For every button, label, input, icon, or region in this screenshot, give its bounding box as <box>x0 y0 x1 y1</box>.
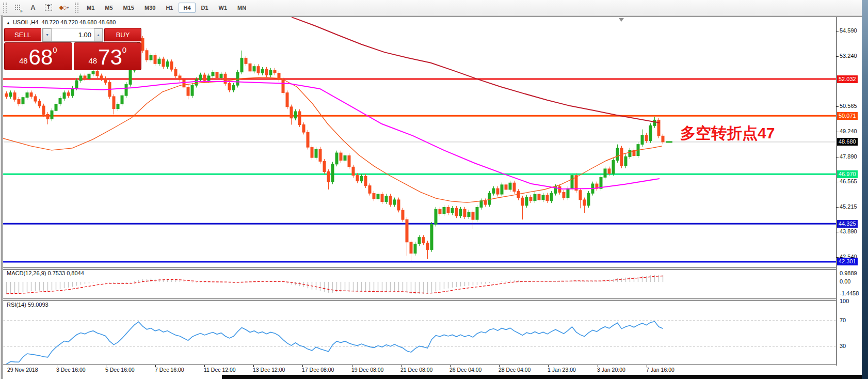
rsi-axis-30: 30 <box>840 343 846 349</box>
price-tick-dash <box>837 31 839 31</box>
time-label: 1 Jan 23:00 <box>548 367 576 373</box>
macd-label: MACD(12,26,9) 0.7533 0,8044 <box>7 270 84 276</box>
sell-quote-box[interactable]: 48680 <box>4 42 72 70</box>
font-a-icon[interactable]: A <box>26 2 40 13</box>
time-tick <box>548 365 549 367</box>
rsi-line <box>7 322 663 364</box>
macd-axis-0.00: 0.00 <box>840 278 850 285</box>
price-level-label-42.301: 42.301 <box>837 258 858 265</box>
volume-stepper: ▾ 1.00 ▴ <box>42 28 103 42</box>
time-tick <box>598 365 598 367</box>
time-label: 29 Nov 2018 <box>7 367 38 373</box>
rsi-axis-100: 100 <box>840 298 849 304</box>
sell-price-main: 68 <box>29 47 53 68</box>
collapse-triangle-icon[interactable]: ▲ <box>6 21 10 25</box>
toolbar-grip[interactable] <box>3 3 7 13</box>
chart-shift-marker-icon[interactable] <box>619 18 624 22</box>
price-tick-dash <box>837 132 839 132</box>
bottom-black-bar <box>222 375 862 379</box>
volume-input[interactable]: 1.00 <box>52 28 94 41</box>
price-tick-dash <box>837 157 839 157</box>
chart-annotation-text: 多空转折点47 <box>680 123 775 144</box>
time-tick <box>57 365 57 367</box>
time-label: 5 Dec 16:00 <box>105 367 135 373</box>
buy-price-sup: 0 <box>122 46 126 54</box>
time-axis-line <box>3 365 862 365</box>
price-tick-label: 47.890 <box>840 153 857 160</box>
sell-price-sup: 0 <box>53 46 57 54</box>
timeframe-button-h4[interactable]: H4 <box>179 3 195 13</box>
timeframe-button-mn[interactable]: MN <box>233 3 251 13</box>
ma-slow-darkred <box>292 17 660 123</box>
time-label: 3 Dec 16:00 <box>56 367 86 373</box>
timeframe-button-d1[interactable]: D1 <box>197 3 213 13</box>
buy-price-prefix: 48 <box>88 54 97 68</box>
macd-pane <box>7 275 663 294</box>
price-tick-dash <box>837 56 839 57</box>
timeframe-button-m1[interactable]: M1 <box>82 3 99 13</box>
time-label: 3 Jan 20:00 <box>597 367 625 373</box>
time-label: 11 Dec 12:00 <box>204 367 236 373</box>
sell-price-prefix: 48 <box>19 54 28 68</box>
price-level-label-50.071: 50.071 <box>837 112 858 120</box>
macd-axis--1.4458: -1.4458 <box>840 290 859 296</box>
pane-splitter-rsi[interactable] <box>3 298 862 301</box>
time-label: 17 Dec 08:00 <box>302 367 334 373</box>
current-price-dash <box>666 141 672 143</box>
timeframe-button-m30[interactable]: M30 <box>140 3 160 13</box>
timeframe-button-w1[interactable]: W1 <box>214 3 232 13</box>
macd-signal-line <box>7 276 663 294</box>
timeframe-button-m5[interactable]: M5 <box>100 3 117 13</box>
grid-f-icon[interactable]: F <box>11 2 24 13</box>
price-tick-dash <box>837 182 839 182</box>
time-tick <box>253 365 254 367</box>
time-label: 21 Dec 08:00 <box>400 367 432 373</box>
time-label: 19 Dec 08:00 <box>351 367 383 373</box>
price-tick-label: 46.565 <box>840 178 857 184</box>
styles-icon[interactable]: ◆◇▾ <box>57 2 71 13</box>
price-tick-dash <box>837 106 839 107</box>
price-tick-label: 49.240 <box>840 128 857 134</box>
chart-title: ▲USOil-,H4 48.720 48.720 48.680 48.680 <box>6 19 116 25</box>
price-axis[interactable]: 54.59053.24050.56549.24047.89046.56545.2… <box>836 17 862 366</box>
time-tick <box>647 365 647 367</box>
pane-splitter-macd[interactable] <box>3 267 862 270</box>
sell-button[interactable]: SELL <box>4 28 41 42</box>
toolbar-grip-2[interactable] <box>75 3 78 13</box>
price-level-label-44.325: 44.325 <box>837 220 858 228</box>
buy-quote-box[interactable]: 48730 <box>74 42 142 70</box>
timeframe-buttons: M1M5M15M30H1H4D1W1MN <box>82 3 251 13</box>
timeframe-button-h1[interactable]: H1 <box>161 3 178 13</box>
buy-price-main: 73 <box>98 47 122 68</box>
buy-button[interactable]: BUY <box>104 28 141 42</box>
price-level-label-46.970: 46.970 <box>837 170 858 178</box>
rsi-axis-70: 70 <box>840 317 846 323</box>
time-tick <box>401 365 401 367</box>
price-tick-label: 53.240 <box>840 53 857 59</box>
ohlc-quote: 48.720 48.720 48.680 48.680 <box>42 19 116 25</box>
price-tick-label: 50.565 <box>840 103 857 109</box>
time-tick <box>204 365 205 367</box>
timeframe-button-m15[interactable]: M15 <box>119 3 139 13</box>
time-label: 28 Dec 04:00 <box>499 367 531 373</box>
volume-decrease-button[interactable]: ▾ <box>43 28 52 41</box>
time-label: 7 Jan 16:00 <box>646 367 674 373</box>
time-tick <box>352 365 352 367</box>
time-tick <box>8 365 8 367</box>
desktop-background-strip <box>862 0 868 379</box>
text-label-icon[interactable]: T <box>42 2 55 13</box>
rsi-label: RSI(14) 59.0093 <box>7 302 49 308</box>
time-tick <box>302 365 303 367</box>
price-tick-dash <box>837 207 839 208</box>
time-tick <box>450 365 451 367</box>
price-tick-dash <box>837 232 839 232</box>
volume-increase-button[interactable]: ▴ <box>94 28 103 41</box>
time-label: 26 Dec 04:00 <box>449 367 481 373</box>
current-price-label: 48.680 <box>837 138 858 146</box>
mt4-window: F A T ◆◇▾ M1M5M15M30H1H4D1W1MN 54.59053.… <box>0 0 868 379</box>
macd-axis-0.9889: 0.9889 <box>840 270 857 276</box>
time-label: 13 Dec 12:00 <box>253 367 285 373</box>
toolbar: F A T ◆◇▾ M1M5M15M30H1H4D1W1MN <box>0 0 862 15</box>
symbol-title: USOil-,H4 <box>13 19 39 25</box>
price-tick-label: 45.215 <box>840 203 857 210</box>
